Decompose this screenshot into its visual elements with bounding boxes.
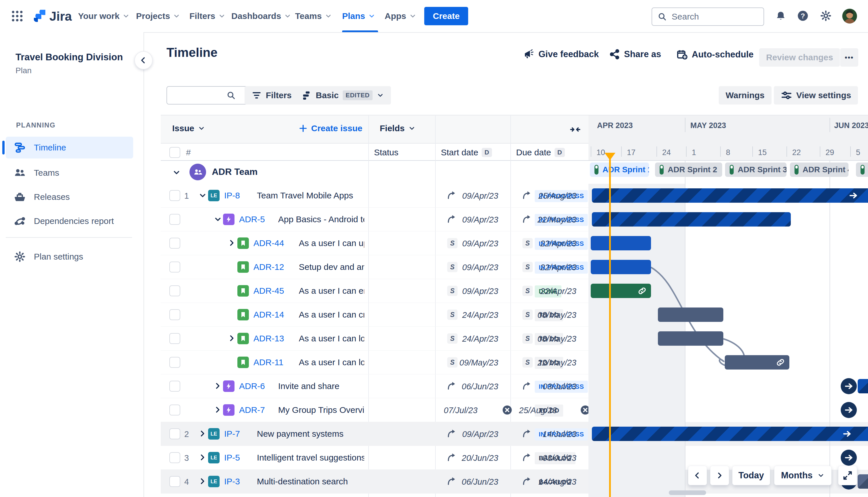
- due-date-value[interactable]: 03/Jul/23: [522, 382, 576, 391]
- scroll-left-button[interactable]: [688, 466, 707, 485]
- issue-key[interactable]: ADR-11: [254, 357, 283, 367]
- start-date-value[interactable]: 24/Apr/23: [447, 310, 498, 320]
- gantt-bar-edge-ip-3[interactable]: [858, 474, 868, 489]
- gantt-bar-adr-11[interactable]: [725, 355, 789, 370]
- row-checkbox[interactable]: [169, 357, 180, 368]
- chevron-right-icon[interactable]: [198, 429, 206, 438]
- due-date-value[interactable]: 03/Jul/23: [522, 453, 576, 463]
- nav-item-dashboards[interactable]: Dashboards: [231, 8, 291, 25]
- issue-summary[interactable]: Multi-destination search: [257, 477, 348, 486]
- due-date-value[interactable]: 08/May/23: [522, 334, 576, 344]
- app-switcher-icon[interactable]: [12, 10, 23, 22]
- team-row[interactable]: ADR Team: [161, 161, 589, 184]
- due-date-value[interactable]: 08/May/23: [522, 310, 576, 320]
- start-date-value[interactable]: 24/Apr/23: [447, 334, 498, 344]
- gantt-bar-adr-44[interactable]: [591, 236, 651, 250]
- gantt-bar-adr-5[interactable]: [592, 212, 791, 227]
- start-date-value[interactable]: 09/Apr/23: [447, 215, 498, 225]
- create-issue-button[interactable]: Create issue: [299, 124, 362, 133]
- issue-key[interactable]: ADR-6: [239, 381, 265, 391]
- row-checkbox[interactable]: [169, 381, 180, 392]
- nav-item-your-work[interactable]: Your work: [78, 8, 130, 25]
- zoom-level-select[interactable]: Months: [774, 466, 831, 485]
- nav-item-apps[interactable]: Apps: [385, 8, 417, 25]
- issue-key[interactable]: ADR-5: [239, 214, 265, 224]
- chevron-down-icon[interactable]: [198, 191, 207, 200]
- more-actions-button[interactable]: •••: [840, 48, 858, 67]
- start-date-value[interactable]: 06/Jun/23: [447, 382, 498, 391]
- issue-row-adr-7[interactable]: ADR-7My Group Trips OverviewTO DO07/Jul/…: [161, 398, 589, 422]
- view-mode-button[interactable]: Basic EDITED: [294, 86, 391, 104]
- row-checkbox[interactable]: [169, 238, 180, 248]
- chevron-right-icon[interactable]: [214, 406, 221, 414]
- issue-key[interactable]: ADR-12: [254, 262, 284, 272]
- issue-row-adr-11[interactable]: ADR-11As a user I can log i...TO DOS09/M…: [161, 351, 589, 374]
- select-all-checkbox[interactable]: [169, 147, 180, 158]
- issue-key[interactable]: IP-3: [224, 477, 240, 486]
- auto-schedule-button[interactable]: Auto-schedule: [676, 49, 753, 60]
- create-button[interactable]: Create: [424, 7, 468, 25]
- issue-row-adr-13[interactable]: ADR-13As a user I can log i...TO DOS24/A…: [161, 327, 589, 351]
- remove-date-icon[interactable]: [502, 404, 513, 415]
- timeline-search-input[interactable]: [172, 90, 222, 100]
- chevron-right-icon[interactable]: [198, 477, 206, 485]
- start-date-value[interactable]: 09/Apr/23: [447, 191, 498, 201]
- scroll-to-bar-button-ip-5[interactable]: [841, 450, 857, 466]
- fields-column-header[interactable]: Fields: [380, 124, 416, 133]
- due-date-value[interactable]: 25/Aug/23: [519, 406, 557, 415]
- issue-row-ip-6[interactable]: 5LEIP-6Performance level-upBACKLOG27/Aug…: [161, 494, 589, 497]
- row-checkbox[interactable]: [169, 452, 180, 463]
- due-date-value[interactable]: 22/Apr/23: [522, 263, 576, 272]
- search-input[interactable]: [671, 12, 758, 22]
- gantt-bar-adr-14[interactable]: [658, 308, 723, 322]
- start-date-value[interactable]: 09/Apr/23: [447, 286, 498, 296]
- due-date-value[interactable]: 14/Jul/23: [522, 429, 576, 439]
- issue-row-adr-5[interactable]: ADR-5App Basics - Android testIN PROGRES…: [161, 208, 589, 231]
- issue-key[interactable]: ADR-45: [254, 286, 284, 296]
- view-settings-button[interactable]: View settings: [774, 86, 858, 104]
- issue-summary[interactable]: As a user I can ena...: [299, 286, 364, 296]
- nav-item-projects[interactable]: Projects: [136, 8, 180, 25]
- chevron-right-icon[interactable]: [198, 453, 206, 462]
- start-date-value[interactable]: 06/Jun/23: [447, 477, 498, 487]
- issue-key[interactable]: ADR-14: [254, 310, 284, 320]
- start-date-value[interactable]: 09/Apr/23: [447, 239, 498, 248]
- global-search[interactable]: [652, 8, 764, 26]
- issue-key[interactable]: IP-5: [224, 453, 240, 463]
- row-checkbox[interactable]: [169, 309, 180, 320]
- issue-summary[interactable]: As a user I can up...: [299, 238, 364, 248]
- issue-row-ip-3[interactable]: 4LEIP-3Multi-destination searchBACKLOG06…: [161, 470, 589, 494]
- issue-key[interactable]: IP-8: [224, 191, 240, 200]
- due-date-value[interactable]: 22/Apr/23: [522, 286, 576, 296]
- issue-summary[interactable]: Team Travel Mobile Apps: [257, 191, 353, 200]
- row-checkbox[interactable]: [169, 190, 180, 201]
- nav-item-filters[interactable]: Filters: [189, 8, 226, 25]
- row-checkbox[interactable]: [169, 404, 180, 415]
- scroll-right-button[interactable]: [710, 466, 729, 485]
- scroll-to-bar-button-adr-7[interactable]: [841, 402, 857, 418]
- give-feedback-button[interactable]: Give feedback: [523, 49, 599, 60]
- gantt-bar-ip-7[interactable]: [592, 427, 868, 441]
- share-as-button[interactable]: Share as: [609, 49, 661, 60]
- dependency-link-icon[interactable]: [637, 286, 647, 296]
- row-checkbox[interactable]: [169, 476, 180, 487]
- issue-summary[interactable]: As a user I can log i...: [299, 333, 364, 343]
- row-checkbox[interactable]: [169, 428, 180, 439]
- row-checkbox[interactable]: [169, 285, 180, 296]
- notifications-icon[interactable]: [775, 10, 786, 22]
- issue-summary[interactable]: As a user I can log i...: [299, 357, 364, 367]
- warnings-button[interactable]: Warnings: [719, 86, 771, 104]
- issue-summary[interactable]: My Group Trips Overview: [278, 405, 364, 415]
- fullscreen-button[interactable]: [838, 466, 857, 485]
- gantt-bar-adr-45[interactable]: [591, 284, 651, 298]
- issue-row-adr-6[interactable]: ADR-6Invite and shareIN PROGRESS06/Jun/2…: [161, 374, 589, 398]
- start-date-value[interactable]: 09/Apr/23: [447, 429, 498, 439]
- sidebar-item-teams[interactable]: Teams: [6, 162, 133, 184]
- horizontal-scrollbar[interactable]: [669, 491, 706, 495]
- start-date-value[interactable]: 20/Jun/23: [447, 453, 498, 463]
- collapse-columns-icon[interactable]: [570, 124, 581, 135]
- due-date-value[interactable]: 14/Aug/23: [522, 477, 576, 487]
- row-checkbox[interactable]: [169, 261, 180, 272]
- avatar[interactable]: [842, 8, 858, 24]
- settings-gear-icon[interactable]: [820, 10, 832, 22]
